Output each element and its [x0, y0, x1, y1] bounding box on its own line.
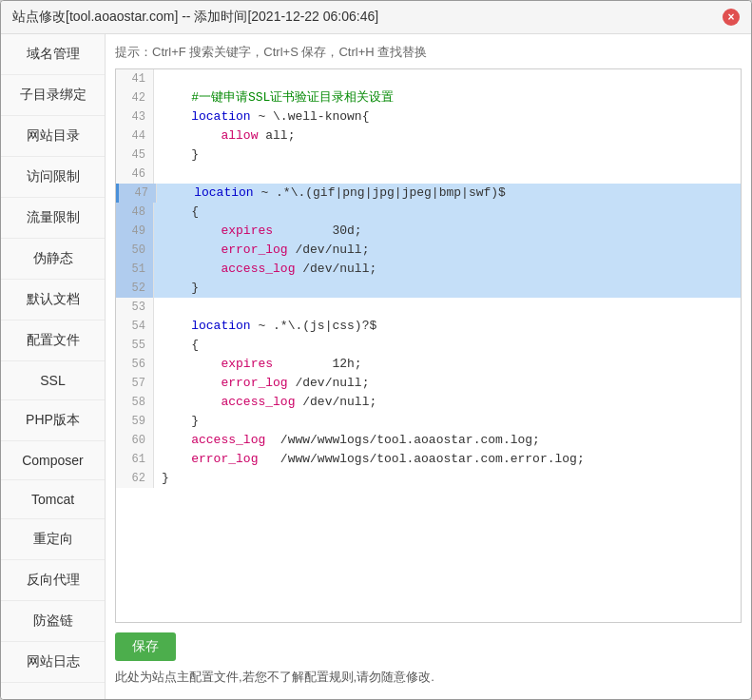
line-number: 43: [116, 107, 154, 126]
save-section: 保存 此处为站点主配置文件,若您不了解配置规则,请勿随意修改.: [115, 623, 742, 690]
line-content: access_log /dev/null;: [154, 393, 376, 412]
hint-bar: 提示：Ctrl+F 搜索关键字，Ctrl+S 保存，Ctrl+H 查找替换: [115, 44, 742, 61]
sidebar-item-proxy[interactable]: 反向代理: [1, 560, 105, 601]
main-content: 提示：Ctrl+F 搜索关键字，Ctrl+S 保存，Ctrl+H 查找替换 41…: [106, 34, 751, 699]
line-number: 50: [116, 241, 154, 260]
table-row: 47 location ~ .*\.(gif|png|jpg|jpeg|bmp|…: [116, 184, 741, 203]
notice-text: 此处为站点主配置文件,若您不了解配置规则,请勿随意修改.: [115, 669, 742, 686]
sidebar-item-pseudostatic[interactable]: 伪静态: [1, 239, 105, 280]
table-row: 60 access_log /www/wwwlogs/tool.aoaostar…: [116, 431, 741, 450]
line-number: 54: [116, 317, 154, 336]
line-number: 42: [116, 88, 154, 107]
table-row: 44 allow all;: [116, 126, 741, 146]
line-number: 47: [119, 184, 157, 203]
line-number: 60: [116, 431, 154, 450]
line-content: }: [154, 146, 199, 165]
line-number: 48: [116, 203, 154, 222]
table-row: 59 }: [116, 412, 741, 431]
save-button[interactable]: 保存: [115, 632, 176, 661]
sidebar-item-php[interactable]: PHP版本: [1, 400, 105, 441]
table-row: 57 error_log /dev/null;: [116, 374, 741, 393]
line-content: location ~ .*\.(js|css)?$: [154, 317, 376, 336]
table-row: 43 location ~ \.well-known{: [116, 107, 741, 126]
line-content: [154, 298, 162, 317]
dialog-title: 站点修改[tool.aoaostar.com] -- 添加时间[2021-12-…: [12, 9, 378, 26]
line-number: 62: [116, 469, 154, 488]
sidebar-item-log[interactable]: 网站日志: [1, 642, 105, 683]
line-content: access_log /dev/null;: [154, 260, 376, 279]
line-number: 52: [116, 279, 154, 298]
sidebar-item-config[interactable]: 配置文件: [1, 321, 105, 361]
table-row: 56 expires 12h;: [116, 355, 741, 374]
table-row: 50 error_log /dev/null;: [116, 241, 741, 260]
line-content: expires 12h;: [154, 355, 362, 374]
line-content: expires 30d;: [154, 222, 362, 241]
line-number: 55: [116, 336, 154, 355]
table-row: 42 #一键申请SSL证书验证目录相关设置: [116, 88, 741, 107]
line-content: error_log /dev/null;: [154, 241, 369, 260]
line-number: 49: [116, 222, 154, 241]
dialog-body: 域名管理 子目录绑定 网站目录 访问限制 流量限制 伪静态 默认文档 配置文件 …: [1, 34, 751, 699]
line-content: allow all;: [154, 126, 295, 146]
sidebar-item-domain[interactable]: 域名管理: [1, 34, 105, 75]
line-number: 44: [116, 126, 154, 146]
table-row: 61 error_log /www/wwwlogs/tool.aoaostar.…: [116, 450, 741, 469]
table-row: 49 expires 30d;: [116, 222, 741, 241]
line-content: }: [154, 412, 199, 431]
table-row: 46: [116, 165, 741, 184]
table-row: 52 }: [116, 279, 741, 298]
line-number: 56: [116, 355, 154, 374]
code-editor[interactable]: 41 42 #一键申请SSL证书验证目录相关设置 43 location ~ \…: [115, 68, 742, 623]
line-number: 58: [116, 393, 154, 412]
line-content: location ~ \.well-known{: [154, 107, 369, 126]
line-content: #一键申请SSL证书验证目录相关设置: [154, 88, 394, 107]
table-row: 58 access_log /dev/null;: [116, 393, 741, 412]
line-number: 57: [116, 374, 154, 393]
table-row: 45 }: [116, 146, 741, 165]
line-content: }: [154, 279, 199, 298]
sidebar-item-default-doc[interactable]: 默认文档: [1, 280, 105, 321]
line-number: 53: [116, 298, 154, 317]
line-content: access_log /www/wwwlogs/tool.aoaostar.co…: [154, 431, 540, 450]
line-content: }: [154, 469, 169, 488]
line-content: {: [154, 336, 199, 355]
line-number: 61: [116, 450, 154, 469]
main-dialog: 站点修改[tool.aoaostar.com] -- 添加时间[2021-12-…: [0, 0, 752, 700]
table-row: 41: [116, 69, 741, 88]
table-row: 55 {: [116, 336, 741, 355]
line-number: 45: [116, 146, 154, 165]
line-content: location ~ .*\.(gif|png|jpg|jpeg|bmp|swf…: [157, 184, 506, 203]
sidebar-item-composer[interactable]: Composer: [1, 441, 105, 480]
line-number: 59: [116, 412, 154, 431]
close-button[interactable]: ×: [723, 9, 740, 26]
line-content: [154, 69, 162, 88]
sidebar-item-traffic[interactable]: 流量限制: [1, 198, 105, 239]
sidebar-item-hotlink[interactable]: 防盗链: [1, 601, 105, 642]
sidebar-item-access[interactable]: 访问限制: [1, 157, 105, 198]
sidebar-item-tomcat[interactable]: Tomcat: [1, 480, 105, 519]
sidebar-item-webdir[interactable]: 网站目录: [1, 116, 105, 157]
table-row: 48 {: [116, 203, 741, 222]
line-content: error_log /www/wwwlogs/tool.aoaostar.com…: [154, 450, 585, 469]
table-row: 62 }: [116, 469, 741, 488]
line-content: error_log /dev/null;: [154, 374, 369, 393]
line-number: 51: [116, 260, 154, 279]
line-number: 46: [116, 165, 154, 184]
sidebar: 域名管理 子目录绑定 网站目录 访问限制 流量限制 伪静态 默认文档 配置文件 …: [1, 34, 106, 699]
sidebar-item-subdir[interactable]: 子目录绑定: [1, 75, 105, 116]
table-row: 54 location ~ .*\.(js|css)?$: [116, 317, 741, 336]
sidebar-item-redirect[interactable]: 重定向: [1, 519, 105, 560]
line-content: [154, 165, 162, 184]
sidebar-item-ssl[interactable]: SSL: [1, 361, 105, 400]
table-row: 51 access_log /dev/null;: [116, 260, 741, 279]
line-number: 41: [116, 69, 154, 88]
title-bar: 站点修改[tool.aoaostar.com] -- 添加时间[2021-12-…: [1, 1, 751, 34]
table-row: 53: [116, 298, 741, 317]
line-content: {: [154, 203, 199, 222]
